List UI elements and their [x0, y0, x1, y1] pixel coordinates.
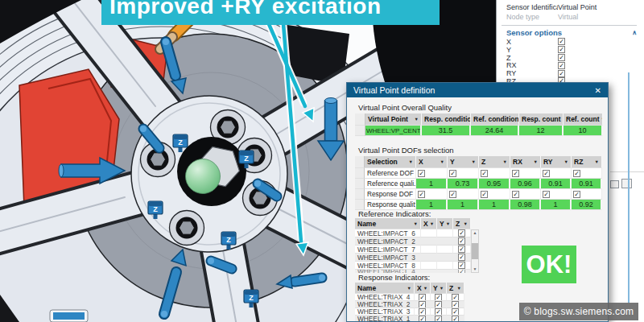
indicator-check-cell[interactable]: ✓ [453, 254, 471, 262]
checkbox[interactable]: ✓ [558, 62, 565, 69]
dof-check-cell[interactable]: ✓ [572, 189, 602, 200]
checkbox[interactable]: ✓ [449, 191, 456, 198]
indicator-check-cell[interactable] [421, 229, 437, 237]
column-header[interactable]: Y▼ [448, 156, 479, 168]
indicator-check-cell[interactable]: ✓ [447, 301, 464, 308]
dropdown-icon[interactable]: ▼ [440, 286, 444, 291]
checkbox[interactable]: ✓ [452, 316, 459, 322]
indicator-row[interactable]: WHEEL:IMPACT_3✓ [355, 254, 471, 262]
dof-check-cell[interactable]: ✓ [510, 189, 541, 200]
close-icon[interactable]: ✕ [595, 86, 601, 95]
checkbox[interactable]: ✓ [558, 38, 565, 45]
dropdown-icon[interactable]: ▼ [601, 117, 603, 122]
checkbox[interactable]: ✓ [512, 191, 519, 198]
checkbox[interactable]: ✓ [435, 301, 442, 308]
checkbox[interactable]: ✓ [512, 170, 519, 177]
indicator-check-cell[interactable]: ✓ [453, 246, 471, 254]
indicator-check-cell[interactable]: ✓ [447, 294, 464, 301]
dropdown-icon[interactable]: ▼ [595, 159, 599, 164]
dropdown-icon[interactable]: ▼ [446, 221, 450, 226]
column-header[interactable]: Z▼ [447, 283, 464, 294]
dropdown-icon[interactable]: ▼ [464, 221, 468, 226]
column-header[interactable]: Ref. condition▼ [471, 114, 519, 126]
column-header[interactable]: Y▼ [437, 218, 453, 229]
indicator-check-cell[interactable]: ✓ [453, 270, 471, 273]
indicator-check-cell[interactable]: ✓ [453, 237, 471, 246]
indicator-row[interactable]: WHEEL:TRIAX_1✓✓✓ [355, 316, 464, 322]
dof-check-cell[interactable]: ✓ [416, 189, 448, 200]
checkbox[interactable]: ✓ [435, 308, 442, 316]
dropdown-icon[interactable]: ▼ [414, 221, 418, 226]
indicator-check-cell[interactable]: ✓ [431, 301, 447, 308]
dropdown-icon[interactable]: ▼ [440, 159, 444, 164]
indicator-check-cell[interactable] [437, 270, 453, 273]
indicator-check-cell[interactable]: ✓ [415, 316, 431, 322]
indicator-row[interactable]: WHEEL:IMPACT_2✓ [355, 237, 471, 246]
indicator-row[interactable]: WHEEL:IMPACT_6✓ [355, 229, 471, 237]
indicator-check-cell[interactable] [437, 262, 453, 270]
checkbox[interactable]: ✓ [458, 246, 465, 253]
indicator-check-cell[interactable]: ✓ [431, 294, 447, 301]
column-header[interactable]: Name▼ [355, 218, 421, 229]
table-row[interactable]: WHEEL:VP_CENTER31.524.641210 [355, 126, 603, 136]
indicator-check-cell[interactable] [421, 262, 437, 270]
column-header[interactable]: Name▼ [355, 283, 415, 294]
scrollbar-thumb[interactable] [472, 243, 478, 259]
row-selector[interactable] [355, 168, 365, 179]
indicator-name-cell[interactable]: WHEEL:IMPACT_2 [355, 237, 421, 246]
column-header[interactable]: Virtual Point▼ [365, 114, 422, 126]
row-selector-header[interactable] [355, 156, 365, 168]
column-header[interactable]: Z▼ [479, 156, 510, 168]
window-icon[interactable] [621, 179, 632, 188]
indicator-check-cell[interactable]: ✓ [447, 316, 464, 322]
dropdown-icon[interactable]: ▼ [534, 159, 538, 164]
indicator-check-cell[interactable]: ✓ [415, 301, 431, 308]
row-selector[interactable] [355, 189, 365, 200]
checkbox[interactable]: ✓ [435, 294, 442, 301]
checkbox[interactable]: ✓ [558, 54, 565, 61]
indicator-name-cell[interactable]: WHEEL:IMPACT_7 [355, 246, 421, 254]
column-header[interactable]: Ref. count▼ [564, 114, 603, 126]
indicator-check-cell[interactable] [421, 237, 437, 246]
indicator-check-cell[interactable] [437, 237, 453, 246]
dropdown-icon[interactable]: ▼ [415, 117, 419, 122]
dof-check-cell[interactable]: ✓ [448, 168, 479, 179]
indicator-check-cell[interactable] [437, 254, 453, 262]
indicator-check-cell[interactable] [421, 246, 437, 254]
indicator-check-cell[interactable]: ✓ [431, 316, 447, 322]
indicator-name-cell[interactable]: WHEEL:TRIAX_3 [355, 308, 415, 316]
column-header[interactable]: Selection▼ [365, 156, 416, 168]
row-selector-header[interactable] [355, 114, 365, 126]
indicator-row[interactable]: WHEEL:IMPACT_7✓ [355, 246, 471, 254]
column-header[interactable]: X▼ [416, 156, 448, 168]
collapse-chevron-icon[interactable]: ∧ [632, 29, 637, 36]
dialog-titlebar[interactable]: Virtual Point definition ✕ [347, 83, 608, 97]
indicator-check-cell[interactable] [437, 246, 453, 254]
checkbox[interactable]: ✓ [558, 46, 565, 53]
checkbox[interactable]: ✓ [543, 170, 550, 177]
column-header[interactable]: X▼ [421, 218, 437, 229]
indicator-row[interactable]: WHEEL:TRIAX_2✓✓✓ [355, 301, 464, 308]
checkbox[interactable]: ✓ [573, 170, 580, 177]
indicator-row[interactable]: WHEEL:IMPACT_8✓ [355, 262, 471, 270]
dof-check-cell[interactable]: ✓ [448, 189, 479, 200]
dof-check-cell[interactable]: ✓ [416, 168, 448, 179]
checkbox[interactable]: ✓ [419, 308, 426, 316]
indicator-check-cell[interactable] [421, 254, 437, 262]
dropdown-icon[interactable]: ▼ [503, 159, 507, 164]
checkbox[interactable]: ✓ [452, 301, 459, 308]
checkbox[interactable]: ✓ [418, 170, 425, 177]
indicator-row[interactable]: WHEEL:TRIAX_3✓✓✓ [355, 308, 464, 316]
checkbox[interactable]: ✓ [418, 191, 425, 198]
column-header[interactable]: RX▼ [510, 156, 541, 168]
indicator-check-cell[interactable]: ✓ [447, 308, 464, 316]
row-selector[interactable] [355, 126, 365, 136]
checkbox[interactable]: ✓ [481, 170, 488, 177]
indicator-check-cell[interactable] [437, 229, 453, 237]
dropdown-icon[interactable]: ▼ [457, 286, 461, 291]
checkbox[interactable]: ✓ [481, 191, 488, 198]
indicator-check-cell[interactable]: ✓ [453, 229, 471, 237]
column-header[interactable]: RZ▼ [572, 156, 602, 168]
scroll-up-icon[interactable]: ▲ [473, 230, 477, 236]
checkbox[interactable]: ✓ [458, 254, 465, 261]
